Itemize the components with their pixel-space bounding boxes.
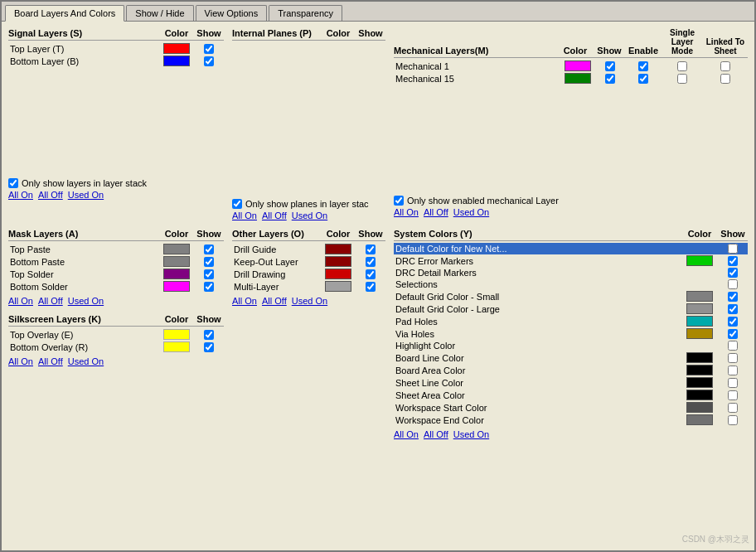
mechanical-1-linked-checkbox[interactable]	[720, 61, 730, 71]
system-sheet-area-show[interactable]	[728, 390, 738, 400]
mask-bottom-solder-color-cell[interactable]	[159, 281, 194, 292]
system-default-show[interactable]	[728, 244, 738, 254]
mechanical-1-color-cell[interactable]	[560, 61, 595, 71]
other-multi-layer-show[interactable]	[366, 282, 376, 292]
system-all-on-btn[interactable]: All On	[394, 429, 419, 439]
system-workspace-end-color[interactable]	[686, 414, 713, 425]
silkscreen-top-color-cell[interactable]	[159, 329, 194, 340]
other-drill-guide-show[interactable]	[366, 245, 376, 254]
signal-all-on-btn[interactable]: All On	[8, 190, 33, 200]
silkscreen-bottom-color[interactable]	[163, 341, 190, 352]
system-drc-error-color[interactable]	[686, 255, 713, 266]
system-board-line-color[interactable]	[686, 352, 713, 363]
system-grid-small-color-cell[interactable]	[681, 291, 718, 302]
system-drc-error-show[interactable]	[728, 256, 738, 266]
mask-top-paste-color-cell[interactable]	[159, 244, 194, 254]
mask-top-paste-color[interactable]	[163, 244, 190, 254]
system-workspace-end-color-cell[interactable]	[681, 414, 718, 425]
mechanical-15-show-checkbox[interactable]	[605, 74, 615, 84]
signal-all-off-btn[interactable]: All Off	[38, 190, 63, 200]
system-sheet-area-color[interactable]	[686, 390, 713, 400]
system-board-area-color-cell[interactable]	[681, 365, 718, 375]
silkscreen-bottom-show[interactable]	[204, 342, 214, 352]
system-grid-large-color-cell[interactable]	[681, 303, 718, 314]
mechanical-15-color[interactable]	[565, 73, 591, 84]
mechanical-15-color-cell[interactable]	[560, 73, 595, 84]
system-board-area-show[interactable]	[728, 366, 738, 375]
mask-bottom-paste-color[interactable]	[163, 256, 190, 267]
other-drill-guide-color-cell[interactable]	[321, 244, 356, 254]
silkscreen-bottom-color-cell[interactable]	[159, 341, 194, 352]
mechanical-15-enable-checkbox[interactable]	[638, 74, 648, 84]
silkscreen-all-on-btn[interactable]: All On	[8, 356, 33, 366]
system-grid-large-color[interactable]	[686, 303, 713, 314]
system-board-line-color-cell[interactable]	[681, 352, 718, 363]
mask-bottom-solder-color[interactable]	[163, 281, 190, 292]
other-keepout-show[interactable]	[366, 257, 376, 267]
system-workspace-start-color-cell[interactable]	[681, 402, 718, 413]
system-workspace-start-show[interactable]	[728, 403, 738, 413]
signal-top-show-checkbox[interactable]	[204, 44, 214, 54]
other-used-on-btn[interactable]: Used On	[292, 296, 327, 306]
system-via-holes-color-cell[interactable]	[681, 328, 718, 339]
other-keepout-color-cell[interactable]	[321, 256, 356, 267]
internal-all-off-btn[interactable]: All Off	[262, 211, 287, 220]
signal-only-show-checkbox[interactable]	[8, 178, 18, 188]
signal-top-color-cell[interactable]	[159, 43, 194, 54]
tab-transparency[interactable]: Transparency	[269, 5, 342, 21]
other-drill-drawing-show[interactable]	[366, 269, 376, 279]
system-workspace-start-color[interactable]	[686, 402, 713, 413]
system-all-off-btn[interactable]: All Off	[424, 429, 448, 439]
internal-only-show-checkbox[interactable]	[232, 199, 242, 209]
mask-top-solder-color-cell[interactable]	[159, 269, 194, 279]
other-multi-layer-color-cell[interactable]	[321, 281, 356, 292]
other-drill-guide-color[interactable]	[325, 244, 351, 254]
tab-view-options[interactable]: View Options	[196, 5, 268, 21]
system-sheet-line-color[interactable]	[686, 377, 713, 388]
tab-show-hide[interactable]: Show / Hide	[126, 5, 193, 21]
silkscreen-all-off-btn[interactable]: All Off	[38, 356, 63, 366]
signal-bottom-show-checkbox[interactable]	[204, 56, 214, 66]
mask-bottom-solder-show[interactable]	[204, 282, 214, 292]
system-pad-holes-color[interactable]	[686, 316, 713, 327]
system-sheet-line-color-cell[interactable]	[681, 377, 718, 388]
mask-all-on-btn[interactable]: All On	[8, 296, 33, 306]
system-via-holes-show[interactable]	[728, 329, 738, 339]
system-default-color-row[interactable]: Default Color for New Net...	[394, 243, 748, 254]
system-sheet-area-color-cell[interactable]	[681, 390, 718, 400]
system-sheet-line-show[interactable]	[728, 378, 738, 388]
system-drc-detail-show[interactable]	[728, 268, 738, 278]
other-multi-layer-color[interactable]	[325, 281, 351, 292]
system-grid-large-show[interactable]	[728, 304, 738, 314]
signal-used-on-btn[interactable]: Used On	[68, 190, 104, 200]
other-drill-drawing-color-cell[interactable]	[321, 269, 356, 279]
other-drill-drawing-color[interactable]	[325, 269, 351, 279]
internal-used-on-btn[interactable]: Used On	[292, 211, 327, 220]
internal-all-on-btn[interactable]: All On	[232, 211, 257, 220]
tab-board-layers[interactable]: Board Layers And Colors	[5, 5, 124, 22]
mechanical-used-on-btn[interactable]: Used On	[453, 207, 489, 217]
silkscreen-used-on-btn[interactable]: Used On	[68, 356, 104, 366]
signal-bottom-color[interactable]	[163, 56, 190, 66]
mechanical-1-color[interactable]	[565, 61, 591, 71]
mask-top-solder-color[interactable]	[163, 269, 190, 279]
silkscreen-top-show[interactable]	[204, 330, 214, 340]
system-pad-holes-show[interactable]	[728, 317, 738, 327]
signal-top-color[interactable]	[163, 43, 190, 54]
signal-bottom-color-cell[interactable]	[159, 56, 194, 66]
system-board-area-color[interactable]	[686, 365, 713, 375]
system-selections-show[interactable]	[728, 279, 738, 289]
system-grid-small-color[interactable]	[686, 291, 713, 302]
system-workspace-end-show[interactable]	[728, 415, 738, 425]
mask-all-off-btn[interactable]: All Off	[38, 296, 63, 306]
mechanical-15-single-checkbox[interactable]	[677, 74, 687, 84]
system-grid-small-show[interactable]	[728, 292, 738, 302]
system-drc-error-color-cell[interactable]	[681, 255, 718, 266]
mask-used-on-btn[interactable]: Used On	[68, 296, 104, 306]
system-board-line-show[interactable]	[728, 353, 738, 363]
mechanical-15-linked-checkbox[interactable]	[720, 74, 730, 84]
mechanical-all-off-btn[interactable]: All Off	[424, 207, 448, 217]
mechanical-1-enable-checkbox[interactable]	[638, 61, 648, 71]
mask-top-paste-show[interactable]	[204, 245, 214, 254]
mechanical-all-on-btn[interactable]: All On	[394, 207, 419, 217]
